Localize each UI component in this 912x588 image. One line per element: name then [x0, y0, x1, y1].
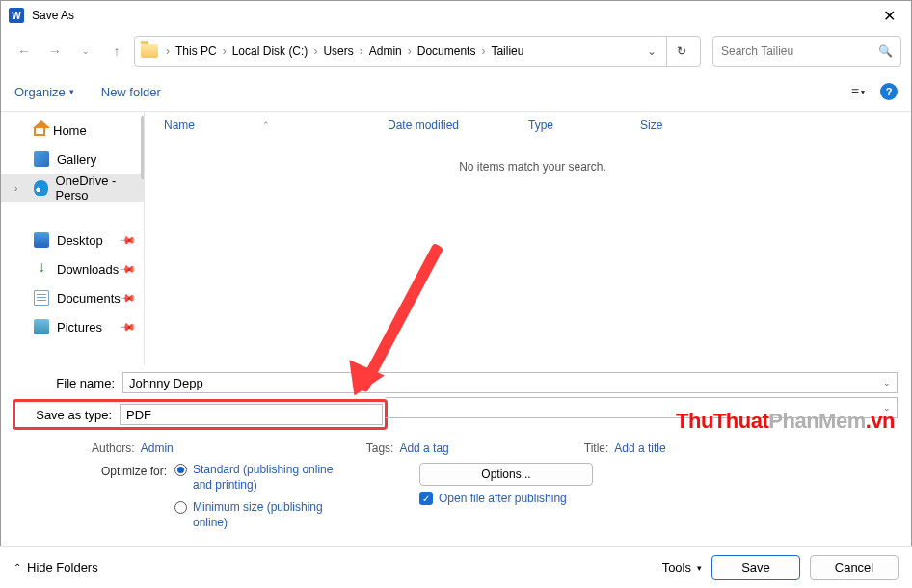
- tags-label: Tags:: [366, 441, 394, 455]
- search-icon: 🔍: [878, 44, 893, 58]
- pin-icon: 📌: [118, 288, 136, 307]
- up-button[interactable]: ↑: [103, 38, 130, 65]
- pictures-icon: [34, 319, 49, 334]
- filename-row: File name: Johnny Depp ⌄: [14, 372, 898, 393]
- radio-standard[interactable]: Standard (publishing online and printing…: [174, 463, 337, 493]
- sort-indicator-icon: ⌃: [262, 120, 270, 130]
- save-button[interactable]: Save: [711, 555, 800, 580]
- file-browser: Home Gallery › OneDrive - Perso Desktop …: [1, 112, 911, 364]
- open-after-checkbox[interactable]: ✓ Open file after publishing: [419, 492, 567, 505]
- chevron-up-icon: ⌃: [13, 562, 21, 573]
- title-label: Title:: [584, 441, 609, 455]
- sidebar-item-gallery[interactable]: Gallery: [1, 145, 144, 174]
- savetype-highlight: Save as type: PDF: [13, 399, 388, 430]
- crumb-local-disk[interactable]: Local Disk (C:): [228, 44, 312, 58]
- close-button[interactable]: ✕: [875, 3, 903, 29]
- help-button[interactable]: ?: [880, 83, 898, 100]
- sidebar-item-pictures[interactable]: Pictures 📌: [1, 312, 144, 341]
- radio-minimum[interactable]: Minimum size (publishing online): [174, 500, 337, 530]
- command-bar: Organize▾ New folder ≡ ▾ ?: [1, 76, 911, 112]
- tools-menu[interactable]: Tools▾: [662, 560, 702, 575]
- options-button[interactable]: Options...: [419, 463, 593, 486]
- title-value[interactable]: Add a title: [614, 441, 665, 455]
- crumb-admin[interactable]: Admin: [365, 44, 406, 58]
- radio-on-icon: [174, 464, 187, 476]
- column-size[interactable]: Size: [630, 119, 717, 132]
- dialog-footer: ⌃ Hide Folders Tools▾ Save Cancel: [0, 546, 912, 588]
- chevron-right-icon[interactable]: ›: [311, 44, 319, 58]
- radio-off-icon: [174, 501, 187, 514]
- chevron-right-icon[interactable]: ›: [164, 44, 172, 58]
- folder-icon: [141, 44, 158, 58]
- desktop-icon: [34, 232, 49, 248]
- title-bar: W Save As ✕: [1, 1, 911, 30]
- chevron-right-icon[interactable]: ›: [14, 183, 17, 194]
- search-input[interactable]: Search Tailieu 🔍: [712, 36, 901, 67]
- pin-icon: 📌: [118, 259, 136, 278]
- file-list[interactable]: Name⌃ Date modified Type Size No items m…: [145, 112, 911, 364]
- onedrive-icon: [34, 180, 48, 196]
- forward-button[interactable]: →: [41, 38, 68, 65]
- chevron-right-icon[interactable]: ›: [358, 44, 365, 58]
- word-app-icon: W: [9, 8, 24, 23]
- chevron-right-icon[interactable]: ›: [479, 44, 487, 58]
- sidebar-item-onedrive[interactable]: › OneDrive - Perso: [1, 174, 144, 202]
- savetype-select[interactable]: PDF: [120, 404, 383, 425]
- back-button[interactable]: ←: [11, 38, 38, 65]
- refresh-button[interactable]: ↻: [666, 37, 696, 66]
- new-folder-button[interactable]: New folder: [101, 85, 161, 99]
- save-fields: File name: Johnny Depp ⌄ Save as type: P…: [1, 364, 911, 436]
- savetype-select-extent[interactable]: ⌄: [386, 397, 898, 418]
- column-type[interactable]: Type: [519, 119, 630, 132]
- filename-input[interactable]: Johnny Depp ⌄: [122, 372, 898, 393]
- search-placeholder: Search Tailieu: [721, 44, 878, 58]
- sidebar-item-downloads[interactable]: ↓ Downloads 📌: [1, 254, 144, 283]
- pin-icon: 📌: [118, 230, 136, 249]
- view-menu[interactable]: ≡ ▾: [847, 80, 869, 103]
- sidebar-item-documents[interactable]: Documents 📌: [1, 283, 144, 312]
- authors-label: Authors:: [92, 441, 135, 455]
- tags-value[interactable]: Add a tag: [399, 441, 448, 455]
- savetype-row: Save as type: PDF: [17, 404, 383, 425]
- crumb-users[interactable]: Users: [319, 44, 357, 58]
- chevron-down-icon[interactable]: ⌄: [883, 378, 891, 388]
- chevron-right-icon[interactable]: ›: [406, 44, 414, 58]
- navigation-row: ← → ⌄ ↑ › This PC › Local Disk (C:) › Us…: [1, 30, 911, 76]
- savetype-label: Save as type:: [17, 408, 120, 422]
- pin-icon: 📌: [118, 317, 136, 335]
- documents-icon: [34, 290, 49, 306]
- organize-menu[interactable]: Organize▾: [14, 85, 74, 99]
- chevron-right-icon[interactable]: ›: [221, 44, 228, 58]
- empty-list-message: No items match your search.: [154, 139, 911, 195]
- column-date[interactable]: Date modified: [378, 119, 519, 132]
- authors-value[interactable]: Admin: [141, 441, 174, 455]
- checkbox-checked-icon: ✓: [419, 492, 433, 505]
- gallery-icon: [34, 151, 49, 167]
- chevron-down-icon[interactable]: ⌄: [883, 403, 891, 413]
- home-icon: [34, 128, 45, 136]
- sidebar-item-desktop[interactable]: Desktop 📌: [1, 226, 144, 254]
- column-name[interactable]: Name⌃: [154, 119, 378, 132]
- sidebar-item-home[interactable]: Home: [1, 116, 144, 145]
- meta-row: Authors: Admin Tags: Add a tag Title: Ad…: [1, 436, 911, 455]
- recent-dropdown[interactable]: ⌄: [72, 38, 99, 65]
- address-dropdown[interactable]: ⌄: [637, 44, 666, 58]
- options-area: Optimize for: Standard (publishing onlin…: [1, 455, 911, 530]
- crumb-tailieu[interactable]: Tailieu: [487, 44, 527, 58]
- navigation-pane: Home Gallery › OneDrive - Perso Desktop …: [1, 112, 145, 364]
- address-bar[interactable]: › This PC › Local Disk (C:) › Users › Ad…: [134, 36, 701, 67]
- hide-folders-button[interactable]: ⌃ Hide Folders: [13, 560, 98, 575]
- filename-label: File name:: [14, 376, 122, 390]
- crumb-documents[interactable]: Documents: [414, 44, 480, 58]
- optimize-label: Optimize for:: [14, 463, 174, 530]
- cancel-button[interactable]: Cancel: [810, 555, 899, 580]
- column-headers: Name⌃ Date modified Type Size: [154, 112, 911, 139]
- downloads-icon: ↓: [34, 261, 49, 277]
- crumb-this-pc[interactable]: This PC: [172, 44, 221, 58]
- dialog-title: Save As: [32, 9, 74, 22]
